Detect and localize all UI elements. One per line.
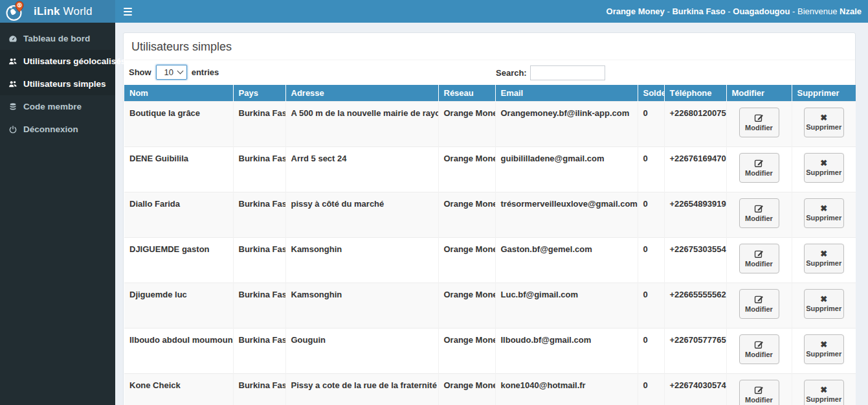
entries-label: entries: [192, 67, 219, 77]
supprimer-button-label: Supprimer: [806, 305, 841, 312]
modifier-button[interactable]: Modifier: [739, 153, 779, 183]
cell-reseau: Orange Money: [438, 283, 495, 328]
supprimer-button-label: Supprimer: [806, 168, 841, 176]
supprimer-button-label: Supprimer: [806, 395, 841, 403]
cell-pays: Burkina Faso: [233, 192, 285, 237]
globe-pin-icon: $: [5, 1, 25, 22]
cell-adresse: Kamsonghin: [285, 237, 438, 283]
supprimer-button[interactable]: ✖ Supprimer: [804, 380, 844, 405]
supprimer-button[interactable]: ✖ Supprimer: [804, 289, 844, 319]
sidebar-item-label: Utilisateurs géolocalisés: [23, 56, 126, 66]
cell-reseau: Orange Money: [438, 373, 495, 405]
table-row: Ilboudo abdoul moumouni Burkina Faso Gou…: [124, 328, 856, 373]
header-telephone[interactable]: Téléphone: [664, 85, 726, 101]
cell-supprimer: ✖ Supprimer: [792, 146, 856, 192]
modifier-button-label: Modifier: [745, 305, 773, 313]
cell-adresse: Pissy a cote de la rue de la fraternité: [285, 373, 438, 405]
cell-pays: Burkina Faso: [233, 328, 285, 373]
cell-nom: Diallo Farida: [124, 192, 233, 237]
supprimer-button[interactable]: ✖ Supprimer: [804, 198, 844, 228]
sidebar-item-utilisateurs-geolocalises[interactable]: Utilisateurs géolocalisés: [0, 50, 115, 73]
edit-icon: [754, 249, 764, 259]
cell-adresse: Arrd 5 sect 24: [285, 146, 438, 192]
header-pays[interactable]: Pays: [233, 85, 285, 101]
modifier-button[interactable]: Modifier: [739, 244, 779, 273]
modifier-button[interactable]: Modifier: [739, 380, 779, 405]
cell-pays: Burkina Faso: [233, 283, 285, 328]
dashboard-icon: [8, 34, 17, 43]
cell-nom: Djiguemde luc: [124, 283, 233, 328]
cell-telephone: +22680120075: [664, 101, 726, 146]
cell-solde: 0: [638, 101, 664, 146]
delete-x-icon: ✖: [820, 159, 827, 167]
page-title: Utilisateurs simples: [124, 33, 855, 60]
cell-email: kone1040@hotmail.fr: [495, 373, 638, 405]
header-solde[interactable]: Solde: [638, 85, 664, 101]
cell-pays: Burkina Faso: [233, 146, 285, 192]
table-controls: Show 10 entries Search:: [124, 65, 855, 82]
header-reseau[interactable]: Réseau: [438, 85, 495, 101]
cell-email: trésormerveilleuxlove@gmail.com: [495, 192, 638, 237]
modifier-button-label: Modifier: [745, 214, 773, 222]
show-label: Show: [129, 67, 151, 77]
modifier-button[interactable]: Modifier: [739, 108, 779, 137]
cell-pays: Burkina Faso: [233, 373, 285, 405]
page-length-control: Show 10 entries: [129, 65, 850, 80]
cell-modifier: Modifier: [726, 101, 792, 146]
cell-telephone: +22674030574: [664, 373, 726, 405]
edit-icon: [754, 385, 764, 395]
sidebar-item-label: Tableau de bord: [23, 34, 90, 43]
cell-solde: 0: [638, 146, 664, 192]
cell-telephone: +22676169470: [664, 146, 726, 192]
supprimer-button[interactable]: ✖ Supprimer: [804, 153, 844, 183]
cell-supprimer: ✖ Supprimer: [792, 101, 856, 146]
cell-reseau: Orange Money: [438, 237, 495, 283]
supprimer-button-label: Supprimer: [806, 350, 841, 358]
sidebar-item-tableau-de-bord[interactable]: Tableau de bord: [0, 27, 115, 50]
modifier-button[interactable]: Modifier: [739, 198, 779, 228]
cell-solde: 0: [638, 373, 664, 405]
cell-reseau: Orange Money: [438, 192, 495, 237]
power-icon: [8, 125, 17, 134]
supprimer-button-label: Supprimer: [806, 214, 841, 222]
brand-logo[interactable]: $ iLink World: [0, 0, 115, 23]
brand-title: iLink World: [34, 5, 93, 18]
header-modifier[interactable]: Modifier: [726, 85, 792, 101]
cell-email: Luc.bf@gimail.com: [495, 283, 638, 328]
cell-adresse: A 500 m de la nouvelle mairie de rayongo: [285, 101, 438, 146]
cell-email: Ilboudo.bf@gmail.com: [495, 328, 638, 373]
modifier-button[interactable]: Modifier: [739, 289, 779, 319]
delete-x-icon: ✖: [820, 386, 827, 394]
users-table: Nom Pays Adresse Réseau Email Solde Télé…: [124, 85, 856, 405]
delete-x-icon: ✖: [820, 113, 827, 122]
cell-telephone: +22665555562: [664, 283, 726, 328]
cell-reseau: Orange Money: [438, 101, 495, 146]
edit-icon: [754, 203, 764, 213]
supprimer-button[interactable]: ✖ Supprimer: [804, 108, 844, 137]
header-supprimer[interactable]: Supprimer: [792, 85, 856, 101]
cell-adresse: pissy à côté du marché: [285, 192, 438, 237]
cell-solde: 0: [638, 192, 664, 237]
delete-x-icon: ✖: [820, 204, 827, 213]
cell-email: guibililladene@gmail.com: [495, 146, 638, 192]
session-info: Orange Money - Burkina Faso - Ouagadougo…: [606, 6, 868, 16]
cell-supprimer: ✖ Supprimer: [792, 328, 856, 373]
supprimer-button[interactable]: ✖ Supprimer: [804, 244, 844, 273]
cell-modifier: Modifier: [726, 146, 792, 192]
table-row: Boutique la grâce Burkina Faso A 500 m d…: [124, 101, 856, 146]
search-input[interactable]: [530, 65, 605, 80]
header-email[interactable]: Email: [495, 85, 638, 101]
supprimer-button[interactable]: ✖ Supprimer: [804, 334, 844, 364]
page-length-select[interactable]: 10: [156, 65, 187, 80]
header-nom[interactable]: Nom: [124, 85, 233, 101]
modifier-button[interactable]: Modifier: [739, 334, 779, 364]
sidebar-item-deconnexion[interactable]: Déconnexion: [0, 118, 115, 141]
header-adresse[interactable]: Adresse: [285, 85, 438, 101]
sidebar-toggle-button[interactable]: [115, 0, 140, 23]
sidebar-item-label: Déconnexion: [23, 124, 78, 134]
cell-pays: Burkina Faso: [233, 101, 285, 146]
cell-supprimer: ✖ Supprimer: [792, 237, 856, 283]
sidebar-item-code-membre[interactable]: Code membre: [0, 95, 115, 118]
sidebar-item-utilisateurs-simples[interactable]: Utilisateurs simples: [0, 73, 115, 95]
supprimer-button-label: Supprimer: [806, 123, 841, 131]
